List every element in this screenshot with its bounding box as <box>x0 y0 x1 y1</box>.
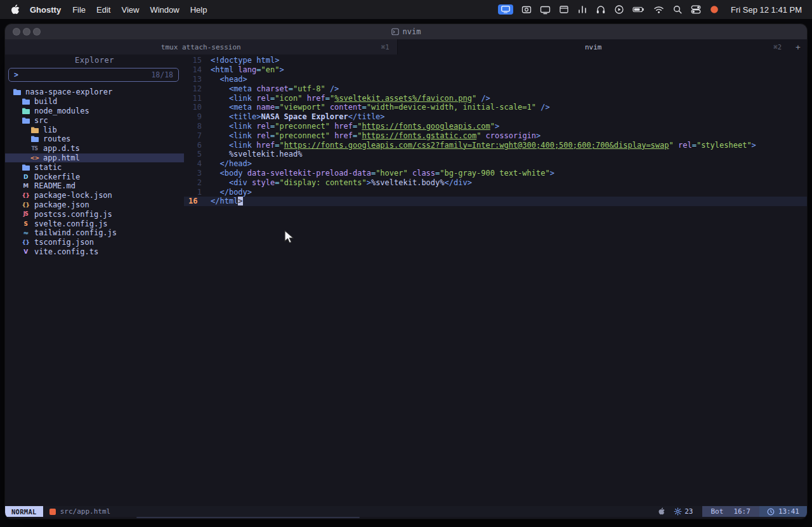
explorer-filter-input[interactable]: > 18/18 <box>8 68 179 82</box>
tree-item-app-d-ts[interactable]: TSapp.d.ts <box>5 144 184 153</box>
tab-label: tmux attach-session <box>161 43 241 51</box>
tree-item-static[interactable]: static <box>5 162 184 172</box>
terminal-icon <box>391 28 399 36</box>
md-icon: M <box>22 183 30 189</box>
tree-item-label: svelte.config.js <box>34 219 108 228</box>
code-line[interactable]: 8 <link rel="preconnect" href="https://f… <box>184 122 807 131</box>
json-icon: {} <box>22 192 30 198</box>
code-text: <link href="https://fonts.googleapis.com… <box>211 141 756 150</box>
tree-item-src[interactable]: src <box>5 115 184 125</box>
play-circle-icon[interactable] <box>614 4 624 15</box>
menu-file[interactable]: File <box>72 5 86 15</box>
tree-item-tailwind-config-js[interactable]: ≈tailwind.config.js <box>5 228 184 238</box>
tree-item-label: package.json <box>34 200 89 209</box>
code-text: <link rel="preconnect" href="https://fon… <box>211 122 499 131</box>
code-line[interactable]: 5 %sveltekit.head% <box>184 150 807 159</box>
battery-icon[interactable] <box>632 4 645 15</box>
folder-icon <box>22 98 30 105</box>
tree-item-vite-config-ts[interactable]: Vvite.config.ts <box>5 247 184 257</box>
tree-item-label: routes <box>43 134 70 143</box>
code-text: <title>NASA Space Explorer</title> <box>211 112 385 121</box>
code-line[interactable]: 12 <meta charset="utf-8" /> <box>184 84 807 93</box>
menu-window[interactable]: Window <box>150 5 179 15</box>
tree-item-label: static <box>34 163 62 172</box>
code-text: </head> <box>211 159 252 168</box>
tree-item-build[interactable]: build <box>5 97 184 107</box>
menu-view[interactable]: View <box>121 5 139 15</box>
tab-bar: tmux attach-session⌘1nvim⌘2+ <box>5 39 807 55</box>
window-icon[interactable] <box>559 4 569 15</box>
code-text: </html> <box>211 197 243 205</box>
screen-mirroring-icon[interactable] <box>498 4 513 15</box>
statusline-time: 13:41 <box>778 507 799 516</box>
clock-icon <box>767 508 775 516</box>
tree-item-label: build <box>34 97 57 106</box>
tree-item-svelte-config-js[interactable]: Ssvelte.config.js <box>5 219 184 228</box>
new-tab-button[interactable]: + <box>789 39 807 55</box>
headphones-icon[interactable] <box>596 4 606 15</box>
display-icon[interactable] <box>540 4 551 15</box>
code-line[interactable]: 3 <body data-sveltekit-preload-data="hov… <box>184 169 807 178</box>
tree-item-label: lib <box>43 126 57 134</box>
code-line[interactable]: 13 <head> <box>184 75 807 84</box>
spotlight-search-icon[interactable] <box>672 4 683 15</box>
minimize-button[interactable] <box>23 28 30 36</box>
code-line[interactable]: 11 <link rel="icon" href="%sveltekit.ass… <box>184 93 807 103</box>
menubar-clock[interactable]: Fri Sep 12 1:41 PM <box>731 5 802 15</box>
code-text: <!doctype html> <box>211 56 279 65</box>
line-number: 13 <box>184 75 202 84</box>
horizontal-scrollbar[interactable] <box>136 517 360 518</box>
window-title-text: nvim <box>403 27 421 36</box>
menu-edit[interactable]: Edit <box>96 5 110 15</box>
code-line[interactable]: 10 <meta name="viewport" content="width=… <box>184 103 807 112</box>
tree-item-app-html[interactable]: <>app.html <box>5 153 184 163</box>
folder-open-icon <box>22 117 30 124</box>
tree-item-lib[interactable]: lib <box>5 125 184 134</box>
stats-icon[interactable] <box>577 4 587 15</box>
code-line[interactable]: 4 </head> <box>184 159 807 169</box>
line-number: 2 <box>184 178 202 187</box>
code-line[interactable]: 2 <div style="display: contents">%svelte… <box>184 178 807 187</box>
code-line[interactable]: 7 <link rel="preconnect" href="https://f… <box>184 131 807 140</box>
line-number: 6 <box>184 141 202 150</box>
explorer-title: Explorer <box>5 56 184 65</box>
control-center-icon[interactable] <box>691 4 701 15</box>
code-line[interactable]: 9 <title>NASA Space Explorer</title> <box>184 112 807 122</box>
close-button[interactable] <box>13 28 20 36</box>
tree-item-postcss-config-js[interactable]: JSpostcss.config.js <box>5 209 184 219</box>
statusline-time-segment: 13:41 <box>759 506 807 517</box>
menu-help[interactable]: Help <box>190 5 207 15</box>
notification-dot-icon[interactable] <box>709 4 719 15</box>
tree-item-routes[interactable]: routes <box>5 134 184 144</box>
tab-shortcut: ⌘2 <box>773 43 782 51</box>
tree-item-package-json[interactable]: {}package.json <box>5 200 184 210</box>
vim-cursor: > <box>238 197 242 205</box>
tab-nvim[interactable]: nvim⌘2 <box>398 39 790 55</box>
tree-item-label: src <box>34 116 48 125</box>
tab-tmux-attach-session[interactable]: tmux attach-session⌘1 <box>5 39 398 55</box>
file-tree: nasa-space-explorerbuildnode_modulessrcl… <box>5 88 184 256</box>
tree-item-package-lock-json[interactable]: {}package-lock.json <box>5 191 184 200</box>
line-number: 15 <box>184 56 202 65</box>
code-line[interactable]: 16</html> <box>184 197 807 206</box>
apple-menu-icon[interactable] <box>10 4 20 15</box>
code-line[interactable]: 15<!doctype html> <box>184 56 807 65</box>
editor-buffer[interactable]: 15<!doctype html>14<html lang="en">13 <h… <box>184 55 807 506</box>
tree-item-nasa-space-explorer[interactable]: nasa-space-explorer <box>5 88 184 97</box>
tree-item-readme-md[interactable]: MREADME.md <box>5 181 184 191</box>
camera-icon[interactable] <box>521 4 532 15</box>
tree-item-node-modules[interactable]: node_modules <box>5 107 184 116</box>
zoom-button[interactable] <box>33 28 41 36</box>
wifi-icon[interactable] <box>653 4 664 15</box>
tree-item-dockerfile[interactable]: DDockerfile <box>5 172 184 181</box>
tree-item-label: node_modules <box>34 107 89 115</box>
tree-item-tsconfig-json[interactable]: {}tsconfig.json <box>5 238 184 247</box>
folder-icon <box>22 164 30 171</box>
active-app-name[interactable]: Ghostty <box>30 5 61 15</box>
code-line[interactable]: 14<html lang="en"> <box>184 65 807 75</box>
titlebar[interactable]: nvim <box>5 24 807 39</box>
tree-item-label: nasa-space-explorer <box>25 88 112 96</box>
code-line[interactable]: 1 </body> <box>184 187 807 197</box>
code-line[interactable]: 6 <link href="https://fonts.googleapis.c… <box>184 140 807 150</box>
line-number: 12 <box>184 84 202 93</box>
